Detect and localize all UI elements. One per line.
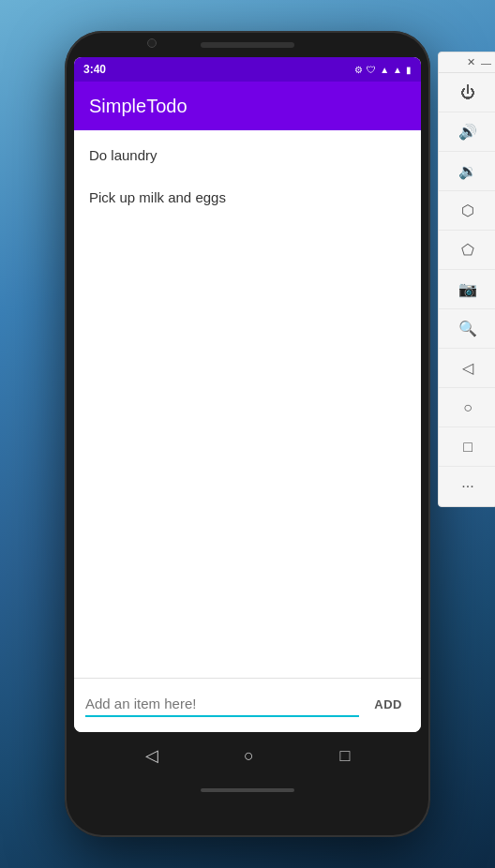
back-button[interactable]: ◁ xyxy=(439,349,495,388)
phone-bottom xyxy=(65,779,430,805)
nav-bar: ◁ ○ □ xyxy=(74,732,421,779)
volume-up-button[interactable]: 🔊 xyxy=(439,112,495,152)
settings-icon: ⚙ xyxy=(354,65,363,75)
add-item-input[interactable] xyxy=(85,692,359,717)
camera-button[interactable]: 📷 xyxy=(439,270,495,309)
side-panel-top: ✕ — xyxy=(439,52,495,73)
power-button[interactable]: ⏻ xyxy=(439,73,495,112)
phone-shell: 3:40 ⚙ 🛡 ▲ ▲ ▮ SimpleTodo Do laundry xyxy=(65,31,430,837)
tag-button[interactable]: ⬠ xyxy=(439,231,495,270)
side-panel-close-button[interactable]: ✕ xyxy=(467,56,475,68)
shield-icon: 🛡 xyxy=(367,65,376,75)
wifi-icon: ▲ xyxy=(380,65,389,75)
back-nav-icon[interactable]: ◁ xyxy=(145,745,158,766)
recent-nav-icon[interactable]: □ xyxy=(339,746,350,766)
home-button[interactable]: ○ xyxy=(439,388,495,427)
todo-item-1[interactable]: Do laundry xyxy=(74,134,421,176)
side-panel: ✕ — ⏻ 🔊 🔉 ⬡ ⬠ 📷 🔍 ◁ ○ □ ··· xyxy=(438,52,495,507)
home-nav-icon[interactable]: ○ xyxy=(244,746,254,766)
phone-camera xyxy=(147,38,157,48)
status-bar: 3:40 ⚙ 🛡 ▲ ▲ ▮ xyxy=(74,57,421,82)
side-panel-minimize-button[interactable]: — xyxy=(481,56,491,68)
content-area: Do laundry Pick up milk and eggs xyxy=(74,130,421,678)
zoom-in-button[interactable]: 🔍 xyxy=(439,309,495,349)
phone-speaker xyxy=(201,42,294,48)
battery-icon: ▮ xyxy=(406,65,412,75)
status-time: 3:40 xyxy=(83,63,106,76)
recent-button[interactable]: □ xyxy=(439,427,495,467)
eraser-button[interactable]: ⬡ xyxy=(439,191,495,231)
more-button[interactable]: ··· xyxy=(439,467,495,506)
app-toolbar: SimpleTodo xyxy=(74,82,421,130)
bottom-input-area: ADD xyxy=(74,678,421,732)
phone-top-bar xyxy=(65,31,430,48)
signal-icon: ▲ xyxy=(393,65,402,75)
app-title: SimpleTodo xyxy=(89,96,188,117)
phone-screen: 3:40 ⚙ 🛡 ▲ ▲ ▮ SimpleTodo Do laundry xyxy=(74,57,421,732)
phone-bottom-bar xyxy=(201,788,294,792)
todo-item-2[interactable]: Pick up milk and eggs xyxy=(74,176,421,218)
status-icons: ⚙ 🛡 ▲ ▲ ▮ xyxy=(354,65,412,75)
volume-down-button[interactable]: 🔉 xyxy=(439,152,495,191)
add-button[interactable]: ADD xyxy=(367,692,410,717)
